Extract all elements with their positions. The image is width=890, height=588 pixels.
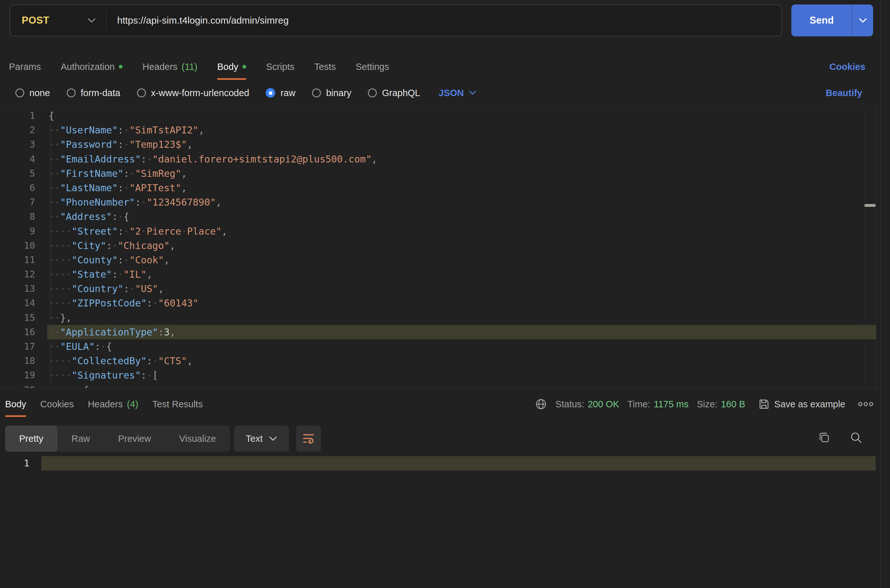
code-token: · <box>129 283 135 294</box>
tab-body[interactable]: Body <box>217 54 246 80</box>
size-indicator[interactable]: Size: 160 B <box>697 399 745 410</box>
tab-params[interactable]: Params <box>9 54 41 80</box>
code-token: [ <box>152 370 158 381</box>
code-token: Pierce <box>147 226 181 237</box>
code-token: "SimTstAPI2" <box>129 124 199 136</box>
size-value: 160 B <box>721 399 745 410</box>
send-button[interactable]: Send <box>791 4 873 36</box>
search-icon <box>849 431 863 444</box>
code-token: · <box>147 370 152 381</box>
save-as-example-button[interactable]: Save as example <box>758 398 845 410</box>
raw-format-selector[interactable]: JSON <box>438 88 477 98</box>
globe-icon[interactable] <box>535 398 547 410</box>
code-token: : <box>147 355 152 366</box>
view-preview[interactable]: Preview <box>104 426 165 452</box>
search-response-button[interactable] <box>849 431 863 444</box>
code-text: ··"Password":·"Temp123$", <box>48 137 193 152</box>
response-format-selector[interactable]: Text <box>234 426 289 452</box>
line-number: 2 <box>0 123 35 137</box>
code-text: ··"Address":·{ <box>48 209 129 224</box>
code-token: "IL" <box>124 269 147 280</box>
code-token: , <box>187 139 193 150</box>
view-visualize[interactable]: Visualize <box>165 426 230 452</box>
editor-scrollbar-thumb[interactable] <box>864 204 876 207</box>
code-line-16: 16··"ApplicationType":3, <box>0 325 876 339</box>
code-token: "FirstName" <box>60 168 124 179</box>
radio-label: GraphQL <box>382 88 420 98</box>
code-token: "ApplicationType" <box>60 327 158 338</box>
code-token: : <box>141 370 147 381</box>
tab-tests[interactable]: Tests <box>314 54 336 80</box>
body-type-raw[interactable]: raw <box>266 88 296 98</box>
url-input[interactable]: https://api-sim.t4login.com/admin/simreg <box>117 15 289 26</box>
code-token: : <box>124 168 129 179</box>
code-token: : <box>107 240 112 251</box>
time-indicator[interactable]: Time: 1175 ms <box>627 399 689 410</box>
code-text: ····"Country":·"US", <box>48 282 164 296</box>
response-tab-body[interactable]: Body <box>5 392 26 417</box>
tab-settings[interactable]: Settings <box>356 54 389 80</box>
body-type-binary[interactable]: binary <box>312 88 351 98</box>
line-number: 15 <box>0 310 35 325</box>
tab-label: Headers <box>88 399 123 410</box>
response-tab-cookies[interactable]: Cookies <box>40 392 74 417</box>
raw-format-label: JSON <box>438 88 464 98</box>
response-tab-test-results[interactable]: Test Results <box>152 392 203 417</box>
view-raw[interactable]: Raw <box>57 426 104 452</box>
request-body-editor[interactable]: 1{2··"UserName":·"SimTstAPI2",3··"Passwo… <box>0 107 876 388</box>
code-token: · <box>124 139 129 150</box>
response-body-editor[interactable]: 1 <box>0 454 876 588</box>
body-type-graphql[interactable]: GraphQL <box>368 88 420 98</box>
method-selector[interactable]: POST <box>10 5 106 36</box>
code-line-3: 3··"Password":·"Temp123$", <box>0 137 876 152</box>
code-text: ··"EmailAddress":·"daniel.forero+simtsta… <box>48 152 377 166</box>
tab-authorization[interactable]: Authorization <box>61 54 123 80</box>
code-line-7: 7··"PhoneNumber":·"1234567890", <box>0 195 876 209</box>
radio-label: none <box>29 88 50 98</box>
wrap-lines-icon <box>302 432 315 445</box>
line-number: 12 <box>0 267 35 282</box>
radio-icon <box>266 88 275 98</box>
response-tab-headers[interactable]: Headers(4) <box>88 392 138 417</box>
more-options-button[interactable] <box>857 401 874 407</box>
body-type-x-www-form-urlencoded[interactable]: x-www-form-urlencoded <box>137 88 249 98</box>
tab-label: Body <box>217 62 238 72</box>
code-token: "County" <box>72 254 118 266</box>
code-token: "1234567890" <box>147 196 216 208</box>
copy-response-button[interactable] <box>818 431 831 444</box>
body-type-form-data[interactable]: form-data <box>67 88 120 98</box>
tab-scripts[interactable]: Scripts <box>266 54 294 80</box>
code-text: ··"UserName":·"SimTstAPI2", <box>48 123 204 137</box>
code-token: "US" <box>135 283 158 294</box>
beautify-link[interactable]: Beautify <box>826 80 862 106</box>
line-number: 4 <box>0 152 35 166</box>
status-value: 200 OK <box>588 399 619 410</box>
code-line-1: 1 <box>0 456 876 471</box>
line-number: 10 <box>0 238 35 253</box>
request-tabs: ParamsAuthorizationHeaders(11)BodyScript… <box>9 54 389 80</box>
radio-label: raw <box>281 88 296 98</box>
code-token: · <box>152 297 158 309</box>
line-number: 1 <box>0 456 29 471</box>
tab-headers[interactable]: Headers(11) <box>143 54 197 80</box>
cookies-link[interactable]: Cookies <box>829 54 865 80</box>
code-token: , <box>187 355 193 366</box>
status-indicator[interactable]: Status: 200 OK <box>555 399 619 410</box>
code-line-4: 4··"EmailAddress":·"daniel.forero+simtst… <box>0 152 876 166</box>
line-number: 16 <box>0 325 35 339</box>
tab-label: Authorization <box>61 62 115 72</box>
code-token: · <box>101 341 107 352</box>
code-line-1: 1{ <box>0 108 876 123</box>
method-label: POST <box>22 15 49 26</box>
time-value: 1175 ms <box>654 399 689 410</box>
send-options-button[interactable] <box>852 4 873 36</box>
code-token: · <box>112 240 118 251</box>
code-token: · <box>124 182 129 194</box>
body-type-none[interactable]: none <box>15 88 50 98</box>
wrap-lines-button[interactable] <box>296 426 321 452</box>
send-label[interactable]: Send <box>791 4 852 36</box>
code-line-8: 8··"Address":·{ <box>0 209 876 224</box>
line-number: 13 <box>0 282 35 296</box>
tab-label: Tests <box>314 62 336 72</box>
view-pretty[interactable]: Pretty <box>5 426 57 452</box>
